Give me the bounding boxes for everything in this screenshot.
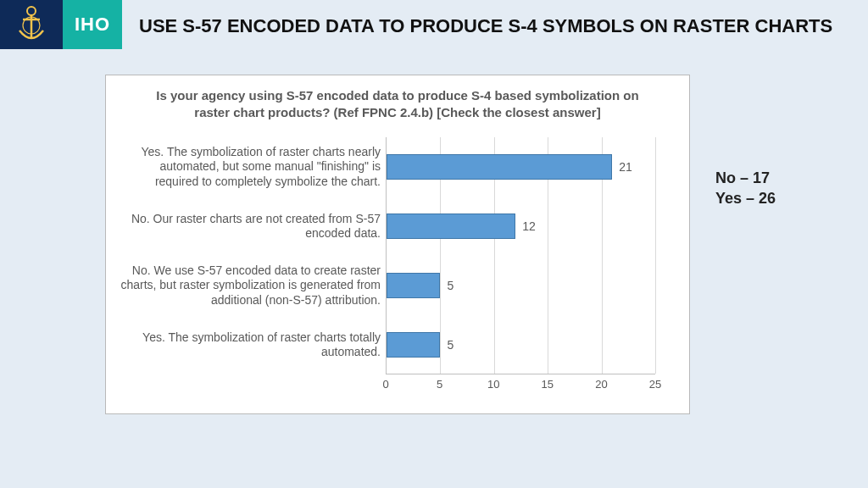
summary-box: No – 17 Yes – 26	[715, 168, 776, 209]
gridline	[655, 137, 656, 374]
y-axis-labels: Yes. The symbolization of raster charts …	[114, 137, 386, 395]
chart-title: Is your agency using S-57 encoded data t…	[114, 87, 681, 137]
bar-value-label: 5	[447, 279, 453, 292]
summary-yes: Yes – 26	[715, 188, 776, 208]
x-axis-tick-label: 15	[542, 378, 554, 391]
svg-point-0	[27, 7, 36, 15]
bar-row: 5	[387, 315, 655, 374]
anchor-icon	[14, 5, 48, 44]
bar	[387, 332, 440, 358]
x-axis-tick-label: 0	[382, 378, 388, 391]
iho-emblem	[0, 0, 63, 49]
plot-column: 211255 0510152025	[386, 137, 681, 395]
chart-card: Is your agency using S-57 encoded data t…	[105, 75, 690, 414]
bar	[387, 154, 612, 180]
header-bar: IHO USE S-57 ENCODED DATA TO PRODUCE S-4…	[0, 0, 868, 49]
bar	[387, 273, 440, 298]
y-axis-category-label: Yes. The symbolization of raster charts …	[114, 137, 386, 197]
y-axis-category-label: No. We use S-57 encoded data to create r…	[114, 256, 386, 315]
chart-body: Yes. The symbolization of raster charts …	[114, 137, 681, 395]
bar-value-label: 5	[447, 338, 453, 352]
content-area: Is your agency using S-57 encoded data t…	[0, 49, 868, 414]
plot-area: 211255	[386, 137, 655, 374]
summary-no: No – 17	[715, 168, 776, 188]
bar-value-label: 12	[522, 219, 536, 233]
bar-row: 5	[387, 256, 655, 315]
x-axis-tick-label: 25	[649, 378, 661, 391]
page-title: USE S-57 ENCODED DATA TO PRODUCE S-4 SYM…	[122, 13, 868, 36]
x-axis-tick-label: 5	[437, 378, 442, 391]
bar	[387, 214, 515, 239]
iho-text-block: IHO	[63, 0, 122, 49]
x-axis: 0510152025	[386, 374, 655, 395]
bar-value-label: 21	[619, 160, 632, 174]
bar-row: 21	[387, 137, 655, 197]
x-axis-tick-label: 20	[595, 378, 607, 391]
bar-row: 12	[387, 197, 655, 256]
y-axis-category-label: No. Our raster charts are not created fr…	[114, 197, 386, 256]
y-axis-category-label: Yes. The symbolization of raster charts …	[114, 315, 386, 374]
x-axis-tick-label: 10	[487, 378, 499, 391]
